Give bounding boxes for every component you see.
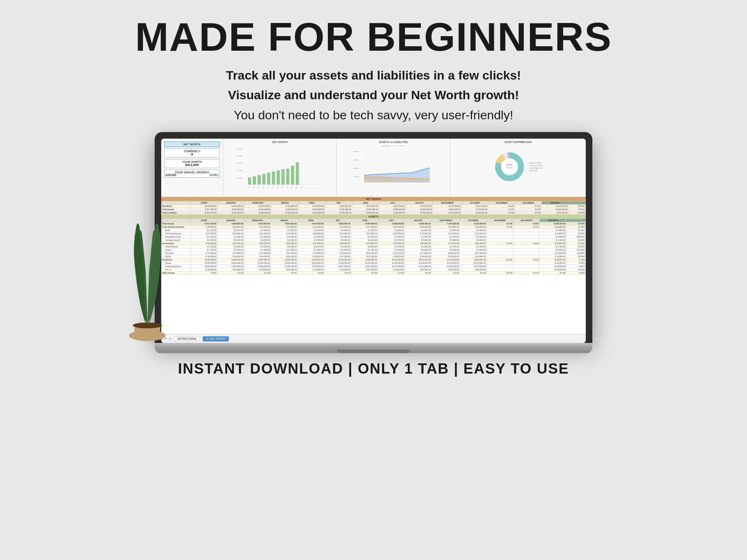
svg-text:JUN: JUN	[272, 186, 275, 189]
rental-row: Rental Properties $ 250,000.00$ 252,000.…	[162, 265, 586, 268]
svg-text:MAY: MAY	[267, 186, 270, 189]
svg-rect-17	[291, 166, 294, 185]
401k-row: 401(k) $ 40,000.00$ 43,000.00$ 44,000.00…	[162, 255, 586, 258]
assets-section: ASSETS STARTJANUARYFEBRUARYMARCHAPRILMAY…	[161, 215, 586, 275]
svg-point-2	[133, 323, 162, 328]
svg-text:200,000: 200,000	[354, 176, 360, 178]
net-worth-table: STARTJANUARYFEBRUARYMARCHAPRILMAYJUNEJUL…	[161, 201, 586, 215]
your-worth-box: YOUR WORTH $411,900	[164, 159, 220, 168]
svg-text:FEB: FEB	[252, 186, 255, 189]
checking-row: Checking Account $ 21,500.00$ 23,000.00$…	[162, 232, 586, 235]
svg-text:300,000: 300,000	[237, 163, 243, 165]
assets-table: STARTJANUARYFEBRUARYMARCHAPRILMAYJUNEJUL…	[161, 219, 586, 275]
svg-text:JUL: JUL	[276, 186, 279, 189]
assets-section-header: ASSETS	[161, 215, 586, 219]
asset-distribution-title: ASSET DISTRIBUTION	[453, 141, 583, 143]
assets-total-row: Total Assets $ 617,300.00$ 626,800.00$ 6…	[162, 222, 586, 225]
svg-text:APR: APR	[262, 186, 265, 189]
laptop-screen: NET WORTH CURRENCY $ YOUR WORTH $411,900…	[161, 139, 586, 343]
house-row: House $ 250,000.00$ 252,000.00$ 254,000.…	[162, 262, 586, 265]
crypto-row: Crypto $ 1,100.00$ 1,200.00$ 1,300.00$ 1…	[162, 248, 586, 252]
sheet-tabs: + ≡ INSTRUCTIONS 🔒 NET WORTH	[161, 334, 586, 343]
roth-row: Roth IRA $ 10,000.00$ 10,500.00$ 11,000.…	[162, 252, 586, 255]
cash-category-row: Cash & Bank Accounts $ 30,800.00$ 32,800…	[162, 225, 586, 229]
donut-chart: 80.0% Properties	[493, 150, 526, 183]
svg-rect-15	[282, 169, 285, 185]
your-worth-value: $411,900	[166, 163, 218, 167]
annual-growth-label: YOUR ANNUAL GROWTH	[166, 171, 218, 174]
svg-rect-12	[267, 173, 270, 185]
svg-rect-18	[296, 162, 299, 185]
total-assets-row: Total Assets $ 617,300.00$ 626,800.00$ 6…	[162, 208, 586, 211]
main-title: MADE FOR BEGINNERS	[0, 15, 747, 59]
net-worth-tab-label: NET WORTH	[210, 337, 225, 340]
net-worth-tab[interactable]: 🔒 NET WORTH	[203, 336, 229, 341]
svg-text:200,000: 200,000	[237, 170, 243, 171]
svg-rect-8	[248, 178, 251, 185]
currency-label: CURRENCY	[166, 150, 218, 152]
laptop-base	[155, 343, 592, 353]
svg-text:OCT: OCT	[291, 186, 294, 189]
svg-rect-13	[272, 171, 275, 185]
svg-text:80.0%: 80.0%	[507, 164, 512, 166]
svg-text:800,000: 800,000	[237, 148, 243, 150]
legend-liabilities: Total Liabilities	[395, 145, 405, 147]
net-worth-box: NET WORTH	[164, 142, 220, 147]
sub-line1: Track all your assets and liabilities in…	[0, 65, 747, 85]
data-area: NET WORTH STARTJANUARYFEBRUARYMARCHAPRIL…	[161, 197, 586, 343]
footer-text: INSTANT DOWNLOAD | ONLY 1 TAB | EASY TO …	[178, 360, 569, 376]
svg-rect-11	[262, 174, 266, 185]
net-worth-chart-panel: NET WORTH 800,000 400,000 300,000 200,00…	[223, 139, 337, 197]
annual-growth-pct: 65.89%	[210, 174, 218, 176]
net-worth-chart-title: NET WORTH	[225, 141, 334, 143]
stock-row: Stock Portfolio $ 5,700.00$ 5,800.00$ 6,…	[162, 245, 586, 248]
assets-liabilities-title: ASSETS vs LIABILITIES	[339, 141, 448, 143]
svg-text:JAN: JAN	[248, 186, 251, 189]
svg-text:600,000: 600,000	[354, 159, 360, 161]
svg-text:800,000: 800,000	[354, 151, 360, 152]
svg-rect-14	[276, 170, 280, 185]
svg-rect-9	[253, 176, 256, 185]
svg-text:100,000: 100,000	[237, 177, 243, 179]
legend-assets: Total Assets	[383, 145, 391, 147]
your-worth-label: YOUR WORTH	[166, 161, 218, 163]
assets-liabilities-chart: 800,000 600,000 400,000 200,000	[339, 148, 448, 186]
top-section: MADE FOR BEGINNERS Track all your assets…	[0, 0, 747, 132]
asset-distribution-panel: ASSET DISTRIBUTION	[450, 139, 586, 197]
svg-rect-16	[286, 169, 290, 185]
lock-icon: 🔒	[206, 337, 209, 340]
annual-growth-box: YOUR ANNUAL GROWTH $163,600 65.89%	[164, 170, 220, 178]
savings-row: Savings account $ 5,000.00$ 5,100.00$ 5,…	[162, 239, 586, 242]
other-assets-row: Other Assets $ 0.00$ 0.00$ 0.00$ 0.00$ 0…	[162, 271, 586, 275]
annual-growth-value: $163,600	[166, 174, 176, 176]
spreadsheet: NET WORTH CURRENCY $ YOUR WORTH $411,900…	[161, 139, 586, 343]
laptop-body: NET WORTH CURRENCY $ YOUR WORTH $411,900…	[155, 132, 592, 343]
svg-text:Properties: Properties	[507, 167, 513, 169]
footer-bar: INSTANT DOWNLOAD | ONLY 1 TAB | EASY TO …	[0, 353, 747, 381]
currency-value: $	[166, 152, 218, 156]
svg-text:400,000: 400,000	[354, 167, 360, 169]
svg-text:AUG: AUG	[281, 186, 284, 189]
net-worth-bar-chart: 800,000 400,000 300,000 200,000 100,000	[225, 145, 334, 189]
emergency-row: Emergency Fund $ 2,000.00$ 1,500.00$ 1,0…	[162, 235, 586, 239]
net-worth-section: NET WORTH STARTJANUARYFEBRUARYMARCHAPRIL…	[161, 197, 586, 215]
net-worth-section-header: NET WORTH	[161, 197, 586, 201]
net-worth-row: Net Worth $ 248,300.00$ 261,800.00$ 270,…	[162, 205, 586, 208]
total-liabilities-row: Total Liabilities $ 369,000.00$ 365,000.…	[162, 211, 586, 215]
svg-text:MAR: MAR	[257, 186, 260, 189]
svg-rect-10	[258, 175, 261, 185]
plant-left	[115, 204, 180, 343]
sub-text: Track all your assets and liabilities in…	[0, 65, 747, 125]
dashboard-row: NET WORTH CURRENCY $ YOUR WORTH $411,900…	[161, 139, 586, 197]
assets-liabilities-chart-panel: ASSETS vs LIABILITIES ■ Total Assets ■ T…	[337, 139, 450, 197]
svg-text:400,000: 400,000	[237, 155, 243, 157]
svg-text:DEC: DEC	[300, 186, 303, 189]
investments-category-row: Investments $ 56,800.00$ 60,500.00$ 62,2…	[162, 242, 586, 245]
sub-line3: You don't need to be tech savvy, very us…	[0, 105, 747, 125]
net-worth-label: NET WORTH	[166, 143, 218, 146]
svg-text:SEP: SEP	[286, 186, 289, 189]
sub-line2: Visualize and understand your Net Worth …	[0, 85, 747, 105]
currency-box[interactable]: CURRENCY $	[164, 148, 220, 158]
bank-row: Bank $ 2,000.00$ 2,100.00$ 2,400.00$ 2,8…	[162, 229, 586, 232]
properties-category-row: Properties $ 530,000.00$ 533,500.00$ 537…	[162, 258, 586, 262]
